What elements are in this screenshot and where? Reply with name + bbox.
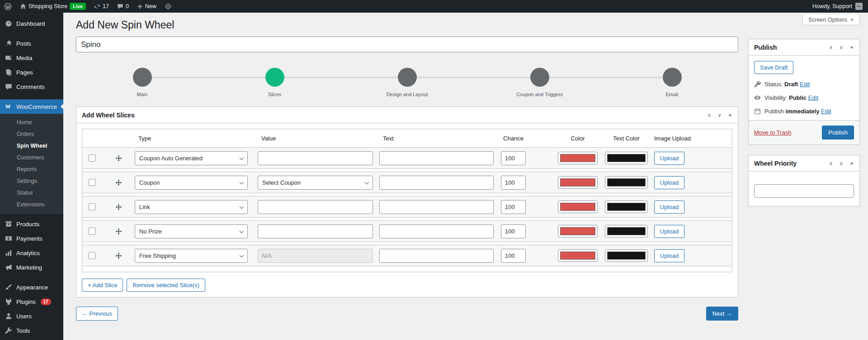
slice-color-picker[interactable]	[558, 152, 598, 164]
slice-text-input[interactable]	[379, 200, 494, 214]
slice-text-color-picker[interactable]	[605, 225, 648, 238]
slice-text-input[interactable]	[379, 224, 494, 238]
slice-color-picker[interactable]	[558, 176, 598, 189]
screen-options-button[interactable]: Screen Options ▼	[802, 15, 860, 25]
sidebar-item-users[interactable]: Users	[0, 309, 63, 323]
submenu-item-status[interactable]: Status	[0, 187, 63, 199]
submenu-item-extensions[interactable]: Extensions	[0, 199, 63, 210]
publish-panel-header[interactable]: Publish ∧ ∨ ▲	[749, 39, 859, 56]
move-to-trash-link[interactable]: Move to Trash	[754, 129, 791, 136]
slice-text-color-picker[interactable]	[605, 152, 648, 164]
slice-value-input[interactable]	[258, 200, 373, 214]
slice-coupon-select[interactable]: Select Coupon	[258, 176, 373, 190]
slice-color-picker[interactable]	[558, 225, 598, 238]
sidebar-item-products[interactable]: Products	[0, 217, 63, 231]
step-slices[interactable]: Slices	[208, 60, 341, 97]
gem-item[interactable]	[160, 0, 176, 13]
move-panel-down-icon[interactable]: ∨	[839, 160, 843, 167]
slice-select-checkbox[interactable]	[89, 252, 96, 259]
move-handle-icon[interactable]	[115, 155, 122, 162]
submenu-item-reports[interactable]: Reports	[0, 163, 63, 175]
step-main[interactable]: Main	[76, 60, 208, 97]
slice-text-input[interactable]	[379, 151, 494, 165]
save-draft-button[interactable]: Save Draft	[754, 61, 793, 74]
slice-select-checkbox[interactable]	[89, 228, 96, 235]
sidebar-item-dashboard[interactable]: Dashboard	[0, 16, 63, 31]
slice-chance-input[interactable]	[501, 200, 526, 214]
move-panel-up-icon[interactable]: ∧	[829, 160, 833, 167]
edit-visibility-link[interactable]: Edit	[808, 94, 818, 101]
sidebar-item-comments[interactable]: Comments	[0, 79, 63, 94]
move-panel-up-icon[interactable]: ∧	[708, 112, 712, 118]
slice-select-checkbox[interactable]	[89, 154, 96, 162]
step-circle[interactable]	[663, 68, 682, 87]
upload-button[interactable]: Upload	[654, 176, 684, 189]
slice-select-checkbox[interactable]	[89, 203, 96, 210]
step-circle[interactable]	[133, 68, 152, 87]
sidebar-item-tools[interactable]: Tools	[0, 323, 63, 338]
move-handle-icon[interactable]	[115, 228, 122, 235]
step-email[interactable]: Email	[606, 60, 738, 97]
slice-text-color-picker[interactable]	[605, 200, 648, 213]
new-item[interactable]: New	[133, 0, 160, 13]
slice-chance-input[interactable]	[501, 151, 526, 165]
sidebar-item-woocommerce[interactable]: WooCommerce	[0, 99, 63, 114]
slice-color-picker[interactable]	[558, 249, 598, 262]
sidebar-item-marketing[interactable]: Marketing	[0, 260, 63, 275]
wheel-priority-input[interactable]	[754, 184, 854, 198]
submenu-item-customers[interactable]: Customers	[0, 152, 63, 163]
slice-type-select[interactable]: Coupon Auto Generated	[135, 151, 248, 165]
sidebar-item-appearance[interactable]: Appearance	[0, 280, 63, 294]
sidebar-item-analytics[interactable]: Analytics	[0, 246, 63, 260]
slice-text-input[interactable]	[379, 176, 494, 190]
slice-value-input[interactable]	[258, 224, 373, 238]
step-circle[interactable]	[398, 68, 417, 87]
move-handle-icon[interactable]	[115, 179, 122, 186]
move-panel-down-icon[interactable]: ∨	[839, 44, 843, 51]
slice-type-select[interactable]: Coupon	[135, 176, 248, 190]
toggle-panel-icon[interactable]: ▲	[728, 112, 732, 118]
move-panel-up-icon[interactable]: ∧	[829, 44, 833, 51]
slice-chance-input[interactable]	[501, 249, 526, 263]
upload-button[interactable]: Upload	[654, 152, 684, 165]
slice-text-color-picker[interactable]	[605, 249, 648, 262]
sidebar-item-plugins[interactable]: Plugins 17	[0, 294, 63, 309]
wheel-title-input[interactable]	[76, 37, 738, 52]
upload-button[interactable]: Upload	[654, 200, 684, 214]
toggle-panel-icon[interactable]: ▲	[849, 160, 854, 167]
sidebar-item-posts[interactable]: Posts	[0, 36, 63, 51]
slice-color-picker[interactable]	[558, 200, 598, 213]
slice-type-select[interactable]: Free Shipping	[135, 249, 248, 263]
submenu-item-settings[interactable]: Settings	[0, 175, 63, 187]
priority-panel-header[interactable]: Wheel Priority ∧ ∨ ▲	[749, 155, 859, 172]
slice-select-checkbox[interactable]	[89, 179, 96, 186]
add-slice-button[interactable]: + Add Slice	[82, 279, 123, 292]
sidebar-item-payments[interactable]: $ Payments	[0, 231, 63, 246]
step-circle[interactable]	[530, 68, 549, 87]
wp-logo[interactable]	[0, 0, 16, 13]
move-panel-down-icon[interactable]: ∨	[717, 112, 722, 118]
sidebar-item-settings[interactable]: Settings	[0, 338, 63, 340]
slice-type-select[interactable]: Link	[135, 200, 248, 214]
account-item[interactable]: Howdy, Support	[812, 3, 868, 10]
slice-chance-input[interactable]	[501, 224, 526, 238]
submenu-item-orders[interactable]: Orders	[0, 128, 63, 140]
publish-button[interactable]: Publish	[822, 126, 854, 140]
slice-text-color-picker[interactable]	[605, 176, 648, 189]
move-handle-icon[interactable]	[115, 204, 122, 210]
edit-schedule-link[interactable]: Edit	[821, 108, 831, 115]
step-design-and-layout[interactable]: Design and Layout	[341, 60, 473, 97]
next-button[interactable]: Next →	[706, 307, 738, 321]
move-handle-icon[interactable]	[115, 252, 122, 259]
upload-button[interactable]: Upload	[654, 225, 684, 238]
upload-button[interactable]: Upload	[654, 249, 684, 262]
step-circle-active[interactable]	[265, 68, 284, 87]
slice-text-input[interactable]	[379, 249, 494, 263]
sidebar-item-media[interactable]: Media	[0, 51, 63, 65]
slice-value-input[interactable]	[258, 151, 373, 165]
site-name-item[interactable]: Shopping Store Live	[16, 0, 90, 13]
panel-header[interactable]: Add Wheel Slices ∧ ∨ ▲	[76, 107, 738, 123]
submenu-item-spin-wheel[interactable]: Spin Wheel	[0, 140, 63, 152]
remove-selected-slices-button[interactable]: Remove selected Slice(s)	[127, 279, 205, 292]
step-coupon-and-triggers[interactable]: Coupon and Triggers	[473, 60, 606, 97]
